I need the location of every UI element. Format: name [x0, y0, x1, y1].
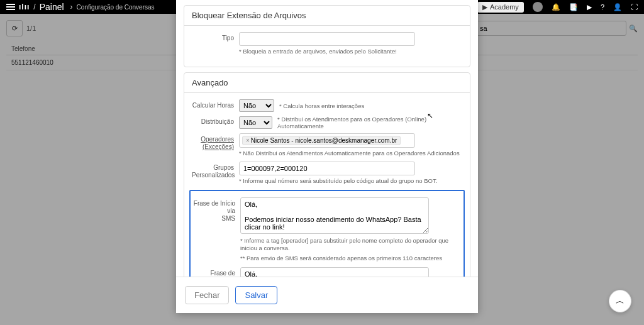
- highlight-box: Frase de Início via SMS * Informe a tag …: [189, 190, 465, 277]
- grupos-input[interactable]: [239, 162, 415, 175]
- avatar[interactable]: [533, 2, 543, 12]
- academy-label: Academy: [490, 3, 519, 11]
- distribuicao-helper: * Distribui os Atendimentos para os Oper…: [277, 116, 462, 129]
- section-advanced: Avançado Calcular Horas Não * Calcula ho…: [184, 72, 470, 277]
- bell-icon[interactable]: 🔔: [552, 3, 560, 11]
- sms-retomada-textarea[interactable]: [240, 267, 429, 277]
- app-logo: ılıı: [19, 3, 30, 11]
- sms-inicio-label-line2: SMS: [221, 215, 235, 222]
- operadores-helper: * Não Distribui os Atendimentos Automati…: [239, 150, 462, 157]
- help-icon[interactable]: ?: [601, 3, 604, 11]
- operador-tag-label: Nicole Santos - nicole.santos@deskmanage…: [251, 137, 397, 144]
- youtube-icon: ▶: [482, 3, 487, 11]
- academy-button[interactable]: ▶ Academy: [477, 2, 524, 13]
- modal-footer: Fechar Salvar: [176, 277, 478, 313]
- section-block-extensions: Bloquear Extensão de Arquivos Tipo * Blo…: [184, 5, 470, 67]
- sms-inicio-label-line1: Frase de Início via: [194, 200, 235, 214]
- fullscreen-icon[interactable]: ⛶: [631, 3, 638, 11]
- operadores-label-line2[interactable]: (Exceções): [203, 143, 234, 150]
- calc-horas-label: Calcular Horas: [192, 99, 239, 109]
- scroll-top-fab[interactable]: ︿: [609, 290, 631, 312]
- grupos-label-line1: Grupos: [213, 164, 234, 171]
- save-button[interactable]: Salvar: [235, 286, 277, 304]
- config-modal: Bloquear Extensão de Arquivos Tipo * Blo…: [176, 0, 478, 313]
- bookmark-icon[interactable]: 📑: [569, 3, 578, 11]
- user-icon[interactable]: 👤: [613, 3, 622, 11]
- breadcrumb-chevron: ›: [70, 3, 73, 11]
- distribuicao-label: Distribuição: [192, 116, 239, 126]
- sms-retomada-label-line1: Frase de Retomada: [206, 270, 235, 277]
- menu-icon[interactable]: [6, 4, 15, 10]
- section-header-advanced: Avançado: [184, 73, 470, 93]
- breadcrumb-sep: /: [33, 3, 35, 11]
- sms-inicio-helper1: * Informe a tag [operador] para substitu…: [240, 237, 461, 253]
- tipo-input[interactable]: [239, 32, 415, 46]
- breadcrumb: Configuração de Conversas: [77, 4, 155, 11]
- play-icon[interactable]: ▶: [587, 3, 592, 11]
- grupos-helper: * Informe qual número será substituído p…: [239, 177, 462, 185]
- operadores-label-line1[interactable]: Operadores: [201, 136, 234, 143]
- sms-inicio-helper2: ** Para envio de SMS será considerado ap…: [240, 255, 461, 262]
- tag-remove-icon[interactable]: ×: [246, 137, 250, 144]
- grupos-label-line2: Personalizados: [192, 172, 235, 179]
- distribuicao-select[interactable]: Não: [239, 116, 272, 129]
- section-header-block: Bloquear Extensão de Arquivos: [184, 6, 470, 26]
- tipo-label: Tipo: [192, 32, 239, 42]
- close-button[interactable]: Fechar: [185, 286, 229, 304]
- operadores-input[interactable]: ×Nicole Santos - nicole.santos@deskmanag…: [239, 133, 415, 148]
- calc-horas-select[interactable]: Não: [239, 99, 274, 112]
- calc-horas-helper: * Calcula horas entre interações: [279, 102, 364, 109]
- operador-tag[interactable]: ×Nicole Santos - nicole.santos@deskmanag…: [242, 136, 401, 145]
- page-title: Painel: [40, 2, 64, 12]
- tipo-helper: * Bloqueia a entrada de arquivos, enviad…: [239, 48, 462, 55]
- sms-inicio-textarea[interactable]: [240, 197, 429, 234]
- chevron-up-icon: ︿: [616, 295, 625, 307]
